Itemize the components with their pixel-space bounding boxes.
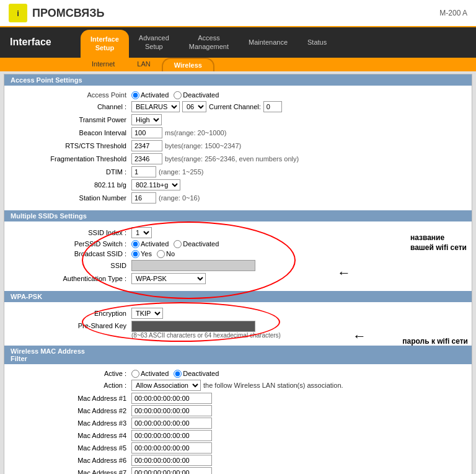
mac-input-3[interactable]: [131, 418, 212, 429]
auth-type-select[interactable]: WPA-PSK: [131, 273, 206, 284]
mac-input-7[interactable]: [131, 467, 212, 474]
mac-label-4: Mac Address #4: [11, 432, 131, 439]
mac-deactivated-radio[interactable]: Deactivated: [174, 370, 219, 378]
ssid-index-label: SSID Index :: [11, 229, 131, 236]
tab-maintenance[interactable]: Maintenance: [239, 27, 298, 58]
broadcast-yes-radio[interactable]: Yes: [131, 250, 152, 258]
ssid-input[interactable]: [131, 260, 255, 271]
mac-label-2: Mac Address #2: [11, 407, 131, 414]
interface-label: Interface: [0, 27, 81, 58]
mac-action-label: Action :: [11, 382, 131, 389]
beacon-interval-input[interactable]: [131, 127, 162, 138]
mac-address-row: Mac Address #4: [11, 430, 465, 441]
mac-activated-radio[interactable]: Activated: [131, 370, 169, 378]
ssid-index-select[interactable]: 1: [131, 227, 152, 238]
tab-advanced-setup[interactable]: AdvancedSetup: [129, 27, 179, 58]
beacon-interval-label: Beacon Interval: [11, 129, 131, 136]
station-hint: (range: 0~16): [159, 194, 200, 202]
dtim-input[interactable]: [131, 166, 156, 177]
rts-label: RTS/CTS Threshold: [11, 142, 131, 150]
mac-active-label: Active :: [11, 370, 131, 377]
mac-label-1: Mac Address #1: [11, 395, 131, 402]
access-point-radio-group: Activated Deactivated: [131, 91, 219, 99]
station-input[interactable]: [131, 192, 156, 203]
transmit-power-select[interactable]: High: [131, 114, 162, 125]
mac-filter-section-header: Wireless MAC AddressFilter: [4, 346, 472, 364]
broadcast-no-radio[interactable]: No: [157, 250, 175, 258]
mac-address-row: Mac Address #3: [11, 418, 465, 429]
mac-label-6: Mac Address #6: [11, 457, 131, 464]
tab-interface-setup[interactable]: InterfaceSetup: [81, 30, 129, 58]
perssid-deactivated-radio[interactable]: Deactivated: [174, 240, 219, 248]
access-point-label: Access Point: [11, 91, 131, 99]
frag-input[interactable]: [131, 153, 162, 164]
mac-action-suffix: the follow Wireless LAN station(s) assoc…: [203, 382, 343, 389]
ap-deactivated-radio[interactable]: Deactivated: [174, 91, 219, 99]
broadcast-ssid-label: Broadcast SSID :: [11, 250, 131, 257]
logo: i ПРОМСВЯЗЬ: [9, 4, 104, 22]
perssid-activated-radio[interactable]: Activated: [131, 240, 169, 248]
tab-status[interactable]: Status: [298, 27, 337, 58]
mac-address-row: Mac Address #6: [11, 455, 465, 466]
channel-num-select[interactable]: 06: [182, 101, 206, 112]
pass-annotation: пароль к wifi сети: [402, 337, 468, 346]
mac-input-2[interactable]: [131, 405, 212, 416]
sub-tab-internet[interactable]: Internet: [81, 58, 126, 71]
sub-tab-wireless[interactable]: Wireless: [162, 58, 214, 71]
psk-hint: (8~63 ASCII characters or 64 hexadecimal…: [131, 332, 281, 339]
channel-label: Channel :: [11, 103, 131, 110]
wpa-psk-section-header: WPA-PSK: [4, 291, 472, 302]
pass-arrow-icon: ←: [353, 328, 366, 344]
model-label: M-200 A: [439, 9, 467, 17]
frag-label: Fragmentation Threshold: [11, 155, 131, 163]
mac-label-7: Mac Address #7: [11, 469, 131, 474]
mac-input-1[interactable]: [131, 393, 212, 404]
multiple-ssids-section-header: Multiple SSIDs Settings: [4, 210, 472, 221]
dtim-label: DTIM :: [11, 168, 131, 176]
tab-access-management[interactable]: AccessManagement: [179, 27, 239, 58]
mac-input-6[interactable]: [131, 455, 212, 466]
ssid-label: SSID: [11, 262, 131, 269]
perssid-label: PerSSID Switch :: [11, 240, 131, 248]
encryption-label: Encryption: [11, 310, 131, 317]
dtim-hint: (range: 1~255): [159, 168, 203, 176]
current-channel-input[interactable]: [263, 101, 282, 112]
beacon-hint: ms(range: 20~1000): [165, 129, 226, 136]
logo-text: ПРОМСВЯЗЬ: [32, 7, 104, 20]
auth-type-label: Authentication Type :: [11, 275, 131, 282]
mac-input-4[interactable]: [131, 430, 212, 441]
rts-hint: bytes(range: 1500~2347): [165, 142, 241, 150]
mac-action-select[interactable]: Allow Association: [131, 380, 201, 391]
psk-input[interactable]: [131, 321, 255, 332]
wifi-arrow-icon: ←: [337, 265, 351, 281]
psk-label: Pre-Shared Key: [11, 321, 131, 329]
mac-address-row: Mac Address #7: [11, 467, 465, 474]
channel-country-select[interactable]: BELARUS: [131, 101, 180, 112]
current-channel-label: Current Channel:: [209, 103, 261, 110]
mac-address-row: Mac Address #5: [11, 442, 465, 454]
rts-input[interactable]: [131, 140, 162, 151]
mac-label-5: Mac Address #5: [11, 444, 131, 452]
mode-label: 802.11 b/g: [11, 181, 131, 189]
frag-hint: bytes(range: 256~2346, even numbers only…: [165, 155, 299, 163]
ap-activated-radio[interactable]: Activated: [131, 91, 169, 99]
access-point-section-header: Access Point Settings: [4, 74, 472, 86]
mode-select[interactable]: 802.11b+g: [131, 179, 180, 190]
mac-label-3: Mac Address #3: [11, 419, 131, 427]
station-label: Station Number: [11, 194, 131, 202]
sub-tab-lan[interactable]: LAN: [126, 58, 161, 71]
wifi-name-annotation: название вашей wifi сети: [410, 233, 467, 254]
nav-tabs: InterfaceSetup AdvancedSetup AccessManag…: [81, 27, 476, 58]
mac-address-row: Mac Address #2: [11, 405, 465, 416]
transmit-power-label: Transmit Power: [11, 116, 131, 123]
mac-address-row: Mac Address #1: [11, 393, 465, 404]
mac-input-5[interactable]: [131, 442, 212, 454]
encryption-select[interactable]: TKIP: [131, 308, 163, 319]
